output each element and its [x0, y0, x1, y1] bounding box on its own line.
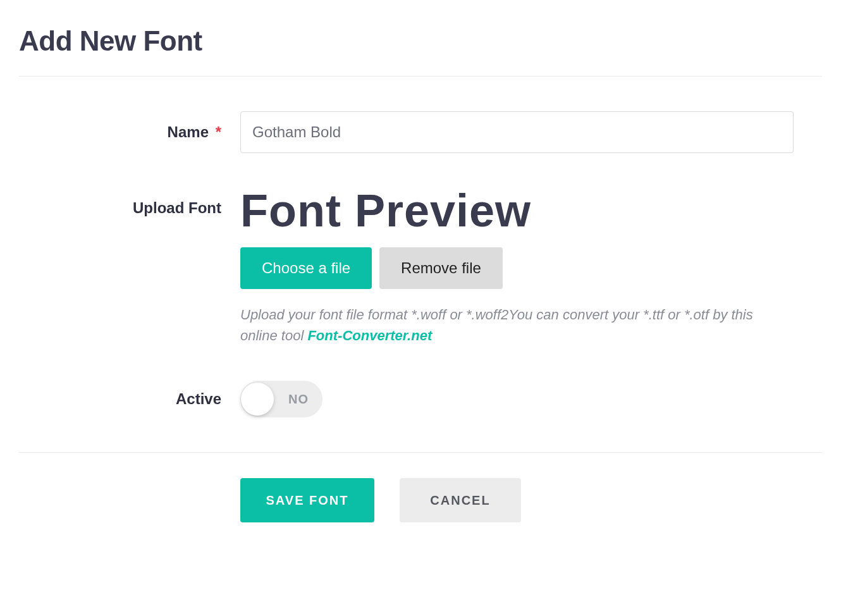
header-divider — [19, 76, 822, 77]
footer-divider — [19, 452, 822, 453]
active-field-row: Active NO — [19, 381, 822, 417]
active-toggle[interactable]: NO — [240, 381, 322, 417]
actions-row: SAVE FONT CANCEL — [19, 478, 822, 522]
font-converter-link[interactable]: Font-Converter.net — [307, 328, 432, 343]
font-preview-text: Font Preview — [240, 188, 794, 233]
cancel-button[interactable]: CANCEL — [400, 478, 521, 522]
page-title: Add New Font — [19, 25, 822, 57]
name-input[interactable] — [240, 111, 794, 153]
upload-button-row: Choose a file Remove file — [240, 247, 794, 289]
save-font-button[interactable]: SAVE FONT — [240, 478, 374, 522]
toggle-knob — [241, 383, 274, 416]
name-field-row: Name * — [19, 111, 822, 153]
remove-file-button[interactable]: Remove file — [379, 247, 503, 289]
active-label: Active — [19, 390, 240, 408]
toggle-state-label: NO — [288, 392, 309, 407]
required-marker: * — [216, 123, 221, 140]
choose-file-button[interactable]: Choose a file — [240, 247, 372, 289]
name-label-text: Name — [168, 123, 209, 140]
upload-font-label: Upload Font — [19, 188, 240, 217]
name-label: Name * — [19, 123, 240, 141]
upload-font-row: Upload Font Font Preview Choose a file R… — [19, 188, 822, 346]
upload-hint-text: Upload your font file format *.woff or *… — [240, 304, 794, 346]
